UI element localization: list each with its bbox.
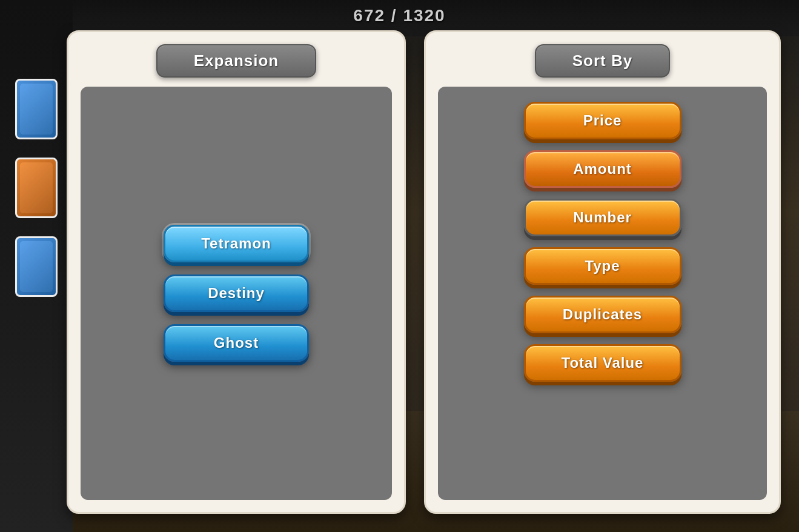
- card-stub-1: [15, 79, 58, 139]
- expansion-tetramon-button[interactable]: Tetramon: [164, 225, 309, 262]
- card-stub-2: [15, 158, 58, 218]
- sort-panel-title: Sort By: [535, 44, 670, 78]
- main-content: Expansion Tetramon Destiny Ghost Sort By…: [67, 30, 781, 514]
- card-stub-3: [15, 236, 58, 297]
- sort-panel: Sort By Price Amount Number Type Duplica…: [424, 30, 781, 514]
- sort-duplicates-button[interactable]: Duplicates: [524, 296, 681, 333]
- sort-number-button[interactable]: Number: [524, 199, 681, 236]
- sort-type-button[interactable]: Type: [524, 247, 681, 285]
- sort-total-value-button[interactable]: Total Value: [524, 344, 681, 382]
- card-counter: 672 / 1320: [353, 6, 445, 25]
- expansion-panel-inner: Tetramon Destiny Ghost: [81, 87, 392, 500]
- sort-amount-button[interactable]: Amount: [524, 150, 681, 188]
- expansion-panel: Expansion Tetramon Destiny Ghost: [67, 30, 406, 514]
- sort-price-button[interactable]: Price: [524, 102, 681, 139]
- sort-panel-inner: Price Amount Number Type Duplicates Tota…: [438, 87, 767, 500]
- expansion-destiny-button[interactable]: Destiny: [164, 274, 309, 312]
- expansion-panel-title: Expansion: [156, 44, 316, 78]
- expansion-ghost-button[interactable]: Ghost: [164, 324, 309, 362]
- card-collection-bg: [0, 0, 73, 532]
